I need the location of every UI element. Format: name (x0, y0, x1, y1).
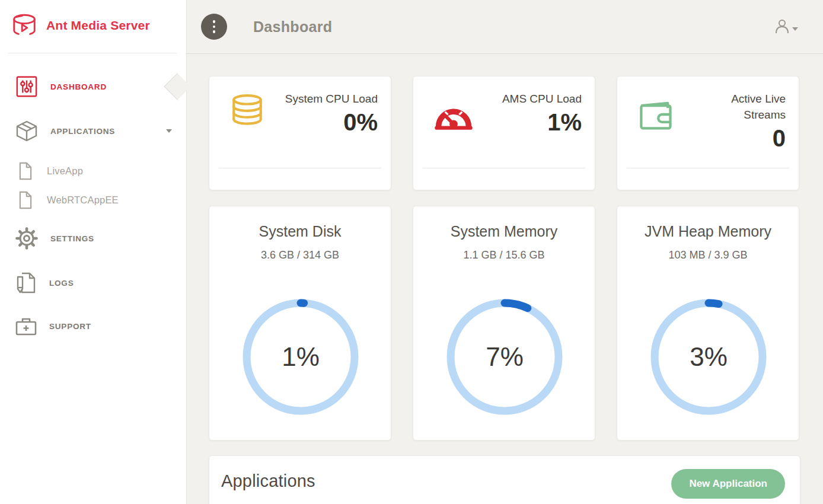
wallet-icon (637, 98, 675, 131)
user-icon (774, 18, 790, 35)
database-icon (229, 94, 265, 131)
new-application-button[interactable]: New Application (671, 469, 785, 499)
sidebar-item-webrtcappee[interactable]: WebRTCAppEE (18, 189, 179, 211)
donut-chart: 7% (442, 295, 567, 419)
stat-card-active-streams: Active Live Streams 0 (617, 76, 799, 190)
donut-chart: 1% (238, 295, 363, 419)
stat-value: 0% (283, 109, 378, 136)
sidebar: Ant Media Server DASHBOARD A (0, 0, 187, 504)
sidebar-item-label: SETTINGS (50, 234, 94, 243)
sidebar-item-label: WebRTCAppEE (47, 194, 119, 206)
stat-value: 1% (487, 109, 582, 136)
gauge-percent: 1% (238, 295, 363, 419)
sidebar-item-support[interactable]: SUPPORT (15, 313, 179, 339)
logs-icon (15, 272, 37, 294)
sidebar-item-applications[interactable]: APPLICATIONS (15, 118, 179, 144)
menu-ellipsis-button[interactable] (201, 14, 227, 40)
chevron-down-icon[interactable] (166, 129, 172, 133)
ant-media-logo-icon (11, 12, 38, 39)
support-icon (15, 315, 37, 337)
card-divider (627, 168, 789, 168)
sidebar-item-label: SUPPORT (49, 322, 91, 331)
stat-label: System CPU Load (283, 91, 378, 107)
gauge-title: System Memory (413, 223, 595, 240)
vertical-ellipsis-icon (213, 20, 216, 23)
applications-title: Applications (221, 471, 315, 491)
sidebar-item-label: LiveApp (47, 165, 83, 177)
brand-name: Ant Media Server (46, 18, 150, 33)
card-divider (219, 168, 381, 168)
sidebar-item-logs[interactable]: LOGS (15, 270, 179, 296)
sidebar-item-dashboard[interactable]: DASHBOARD (15, 74, 179, 100)
stat-label: AMS CPU Load (487, 91, 582, 107)
sidebar-item-label: APPLICATIONS (50, 127, 115, 136)
top-header: Dashboard (187, 0, 823, 54)
sidebar-item-liveapp[interactable]: LiveApp (18, 160, 179, 182)
user-menu[interactable] (774, 18, 798, 35)
gauge-icon (433, 99, 474, 132)
gauge-percent: 3% (646, 295, 771, 419)
stat-label: Active Live Streams (691, 91, 786, 123)
sidebar-divider (8, 53, 177, 53)
gauge-subtitle: 103 MB / 3.9 GB (617, 249, 799, 261)
card-divider (423, 168, 585, 168)
gauge-percent: 7% (442, 295, 567, 419)
sliders-icon (15, 75, 39, 98)
gauge-card-system-memory: System Memory 1.1 GB / 15.6 GB 7% (413, 206, 595, 441)
stat-card-ams-cpu: AMS CPU Load 1% (413, 76, 595, 190)
gear-icon (15, 227, 39, 250)
gauge-card-jvm-heap: JVM Heap Memory 103 MB / 3.9 GB 3% (617, 206, 799, 441)
stat-card-system-cpu: System CPU Load 0% (209, 76, 391, 190)
stat-value: 0 (691, 125, 786, 152)
sidebar-item-settings[interactable]: SETTINGS (15, 225, 179, 251)
donut-chart: 3% (646, 295, 771, 419)
gauge-title: JVM Heap Memory (617, 223, 799, 240)
file-icon (18, 162, 33, 180)
applications-section: Applications New Application (209, 455, 800, 504)
page-title: Dashboard (253, 18, 332, 36)
gauge-subtitle: 3.6 GB / 314 GB (209, 249, 391, 261)
chevron-down-icon (792, 27, 798, 31)
sidebar-item-label: LOGS (49, 279, 74, 288)
gauge-title: System Disk (209, 223, 391, 240)
gauge-card-system-disk: System Disk 3.6 GB / 314 GB 1% (209, 206, 391, 441)
sidebar-item-label: DASHBOARD (50, 82, 107, 91)
package-icon (15, 119, 39, 143)
brand-logo[interactable]: Ant Media Server (11, 12, 150, 39)
gauge-subtitle: 1.1 GB / 15.6 GB (413, 249, 595, 261)
file-icon (18, 191, 33, 209)
